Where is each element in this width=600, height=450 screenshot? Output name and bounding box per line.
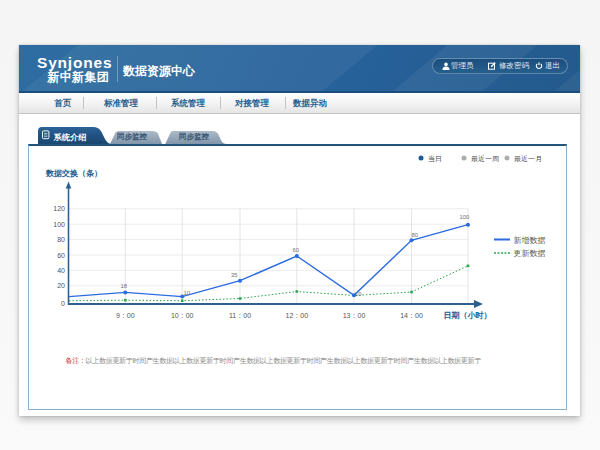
svg-text:11：00: 11：00 <box>229 312 251 319</box>
svg-text:20: 20 <box>57 282 65 289</box>
svg-text:数据交换（条）: 数据交换（条） <box>45 169 102 178</box>
svg-text:当日: 当日 <box>428 155 442 163</box>
svg-text:12：00: 12：00 <box>286 312 309 319</box>
svg-text:新增数据: 新增数据 <box>514 236 546 245</box>
svg-text:9：00: 9：00 <box>116 312 135 319</box>
svg-text:18: 18 <box>121 283 127 289</box>
svg-text:100: 100 <box>53 221 65 228</box>
svg-text:13：00: 13：00 <box>343 312 366 319</box>
svg-text:最近一月: 最近一月 <box>514 155 542 163</box>
svg-text:100: 100 <box>460 214 470 220</box>
svg-text:14：00: 14：00 <box>400 312 423 319</box>
svg-text:10：00: 10：00 <box>171 312 194 319</box>
svg-text:60: 60 <box>57 252 65 259</box>
svg-text:80: 80 <box>412 232 418 238</box>
svg-text:同步监控: 同步监控 <box>179 132 210 141</box>
svg-text:120: 120 <box>53 205 65 212</box>
svg-text:80: 80 <box>57 236 65 243</box>
svg-text:60: 60 <box>293 247 299 253</box>
svg-text:系统介绍: 系统介绍 <box>53 132 87 142</box>
svg-text:10: 10 <box>184 290 190 296</box>
svg-text:10: 10 <box>355 291 361 297</box>
svg-text:40: 40 <box>57 267 65 274</box>
svg-text:同步监控: 同步监控 <box>117 132 148 141</box>
svg-text:更新数据: 更新数据 <box>514 249 546 258</box>
svg-text:日期（小时）: 日期（小时） <box>444 311 492 320</box>
svg-text:0: 0 <box>61 300 65 307</box>
svg-text:35: 35 <box>231 272 237 278</box>
svg-text:最近一周: 最近一周 <box>471 155 499 162</box>
